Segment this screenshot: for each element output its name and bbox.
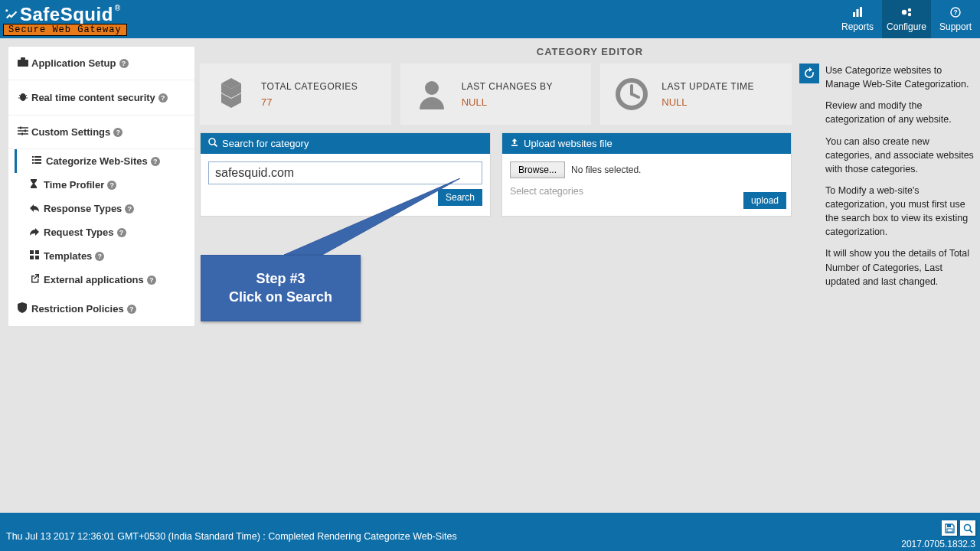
svg-rect-3	[860, 7, 862, 17]
sidebar-item-response-types[interactable]: Response Types ?	[15, 197, 194, 220]
help-icon: ?	[151, 157, 160, 166]
stats-row: TOTAL CATEGORIES 77 LAST CHANGES BY NULL	[200, 64, 799, 125]
svg-rect-20	[24, 130, 26, 132]
sidebar-group-application-setup[interactable]: Application Setup ?	[8, 47, 194, 80]
stat-value: 77	[261, 96, 358, 108]
help-text: You can also create new categories, and …	[825, 135, 975, 176]
stat-total-categories: TOTAL CATEGORIES 77	[200, 64, 391, 125]
sidebar-group-realtime-security[interactable]: Real time content security ?	[8, 80, 194, 116]
shield-icon	[18, 302, 31, 315]
help-icon: ?	[117, 228, 126, 237]
svg-rect-45	[947, 524, 951, 527]
callout-line1: Step #3	[207, 269, 354, 288]
no-files-text: No files selected.	[571, 165, 641, 175]
search-icon	[208, 138, 217, 149]
help-icon: ?	[113, 128, 122, 137]
svg-point-11	[20, 93, 26, 101]
help-icon: ?	[147, 276, 156, 285]
svg-rect-1	[853, 12, 855, 17]
footer: Thu Jul 13 2017 12:36:01 GMT+0530 (India…	[0, 513, 980, 551]
nav-configure[interactable]: Configure	[882, 0, 931, 38]
stat-label: LAST UPDATE TIME	[662, 81, 754, 92]
svg-rect-43	[511, 145, 518, 146]
svg-point-4	[902, 9, 906, 14]
help-icon: ?	[158, 93, 168, 103]
svg-rect-26	[32, 162, 34, 164]
question-circle-icon: ?	[950, 7, 961, 20]
sidebar: Application Setup ? Real time content se…	[0, 38, 195, 513]
help-column: Use Categorize websites to Manage Web-Si…	[799, 64, 980, 296]
upload-panel: Upload websites file Browse... No files …	[501, 132, 792, 217]
cubes-icon	[211, 73, 252, 115]
upload-button[interactable]: upload	[743, 192, 786, 209]
upload-icon	[510, 138, 519, 149]
logo-block: SafeSquid® Secure Web Gateway	[0, 1, 132, 37]
svg-rect-9	[18, 60, 28, 67]
sidebar-item-label: External applications	[44, 274, 144, 285]
upload-panel-header: Upload websites file	[502, 133, 791, 154]
svg-rect-46	[947, 529, 952, 532]
main: CATEGORY EDITOR TOTAL CATEGORIES 77	[195, 38, 980, 513]
grid-icon	[30, 250, 44, 262]
bar-chart-icon	[852, 7, 863, 20]
help-text: To Modify a web-site's categorization, y…	[825, 184, 975, 240]
help-text: Review and modify the categorization of …	[825, 99, 975, 126]
help-icon: ?	[107, 181, 116, 190]
stat-last-changes-by: LAST CHANGES BY NULL	[400, 64, 592, 125]
sidebar-item-label: Categorize Web-Sites	[46, 155, 148, 167]
sidebar-item-categorize-websites[interactable]: Categorize Web-Sites ?	[15, 149, 194, 173]
stat-label: LAST CHANGES BY	[462, 81, 553, 92]
nav-support[interactable]: ? Support	[931, 0, 980, 38]
sidebar-item-request-types[interactable]: Request Types ?	[15, 220, 194, 244]
nav-configure-label: Configure	[887, 21, 926, 32]
help-text: It will show you the details of Total Nu…	[825, 246, 975, 288]
help-icon: ?	[127, 305, 136, 314]
upload-panel-title: Upload websites file	[524, 138, 612, 149]
svg-rect-27	[34, 162, 41, 164]
brand-name: SafeSquid	[20, 4, 113, 25]
help-icon: ?	[119, 59, 129, 68]
clock-icon	[611, 73, 652, 115]
svg-point-6	[908, 12, 911, 15]
sidebar-item-external-applications[interactable]: External applications ?	[15, 268, 194, 292]
user-icon	[411, 73, 452, 115]
sidebar-submenu-custom: Categorize Web-Sites ? Time Profiler ? R…	[8, 149, 194, 292]
search-icon-button[interactable]	[960, 520, 975, 536]
sidebar-label: Application Setup	[31, 57, 116, 69]
nav-reports-label: Reports	[841, 21, 874, 32]
svg-point-0	[5, 9, 8, 11]
browse-button[interactable]: Browse...	[510, 161, 565, 178]
sidebar-label: Restriction Policies	[31, 303, 124, 315]
body: Application Setup ? Real time content se…	[0, 38, 980, 513]
svg-rect-31	[35, 256, 39, 259]
svg-point-41	[209, 139, 215, 145]
share-icon	[30, 227, 44, 238]
svg-rect-24	[32, 159, 34, 161]
stat-label: TOTAL CATEGORIES	[261, 81, 358, 92]
svg-rect-28	[30, 250, 34, 254]
briefcase-icon	[18, 57, 31, 69]
content-col: TOTAL CATEGORIES 77 LAST CHANGES BY NULL	[200, 64, 799, 217]
hourglass-icon	[30, 179, 44, 191]
content-row: TOTAL CATEGORIES 77 LAST CHANGES BY NULL	[200, 64, 980, 296]
select-categories-placeholder[interactable]: Select categories	[510, 186, 783, 197]
page-title: CATEGORY EDITOR	[200, 38, 980, 64]
save-icon-button[interactable]	[942, 520, 957, 536]
svg-rect-2	[857, 9, 859, 17]
svg-rect-25	[34, 159, 41, 161]
sidebar-label: Custom Settings	[31, 126, 110, 138]
sidebar-item-templates[interactable]: Templates ?	[15, 244, 194, 268]
stat-value: NULL	[462, 96, 553, 108]
sidebar-group-custom-settings[interactable]: Custom Settings ?	[8, 116, 194, 149]
list-icon	[32, 155, 46, 167]
svg-point-47	[964, 524, 970, 530]
status-text: Thu Jul 13 2017 12:36:01 GMT+0530 (India…	[6, 531, 457, 549]
sidebar-item-time-profiler[interactable]: Time Profiler ?	[15, 173, 194, 197]
nav-reports[interactable]: Reports	[833, 0, 882, 38]
sidebar-item-label: Templates	[44, 250, 92, 262]
logo-tagline: Secure Web Gateway	[3, 24, 127, 36]
help-text: Use Categorize websites to Manage Web-Si…	[825, 64, 975, 91]
help-icon: ?	[125, 204, 134, 214]
svg-marker-44	[284, 178, 460, 255]
sidebar-group-restriction-policies[interactable]: Restriction Policies ?	[8, 292, 194, 326]
